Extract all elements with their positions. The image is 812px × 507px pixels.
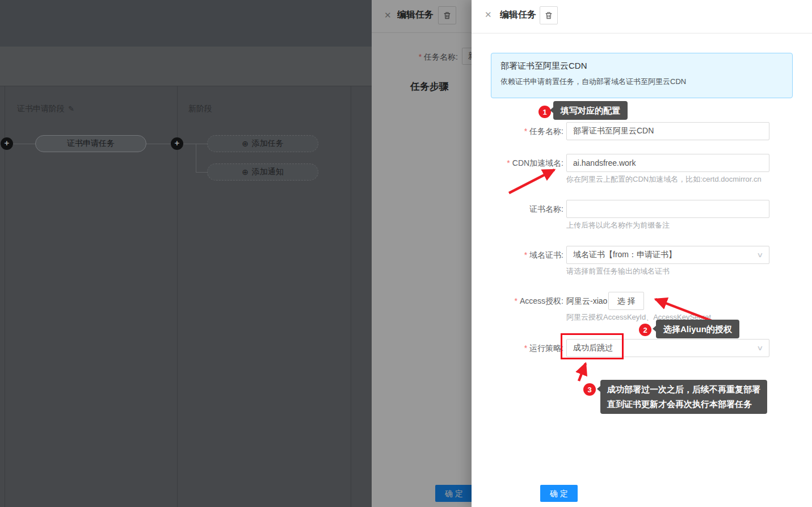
stage-column-divider: [351, 86, 351, 507]
drawer-title: 编辑任务: [500, 9, 536, 21]
alert-description: 依赖证书申请前置任务，自动部署域名证书至阿里云CDN: [500, 77, 783, 87]
delete-task-button[interactable]: [540, 6, 558, 24]
chevron-down-icon: ∨: [756, 251, 763, 259]
annotation-arrow-cdn: [509, 170, 554, 193]
app-root: 证书申请阶段✎ 新阶段 + + 证书申请任务 ⊕ 添加任务 ⊕ 添加通知 ✕ 编…: [0, 0, 812, 507]
step-badge-1: 1: [538, 106, 551, 118]
edit-task-drawer: ✕ 编辑任务 部署证书至阿里云CDN 依赖证书申请前置任务，自动部署域名证书至阿…: [472, 0, 812, 507]
select-value: 域名证书【from：申请证书】: [573, 250, 676, 260]
circle-plus-icon: ⊕: [242, 167, 249, 177]
alert-title: 部署证书至阿里云CDN: [500, 61, 783, 72]
label-text: 运行策略:: [529, 343, 563, 353]
connector-line: [196, 172, 207, 173]
label-text: 证书名称:: [529, 204, 563, 213]
label-text: CDN加速域名:: [512, 158, 563, 167]
task-name-input[interactable]: [566, 122, 769, 140]
task-pill-cert-request[interactable]: 证书申请任务: [35, 135, 146, 152]
domain-cert-select[interactable]: 域名证书【from：申请证书】 ∨: [566, 246, 769, 264]
add-notify-pill[interactable]: ⊕ 添加通知: [207, 164, 318, 181]
label-text: Access授权:: [520, 296, 563, 305]
run-strategy-label: *运行策略:: [472, 339, 563, 357]
domain-cert-label: *域名证书:: [472, 246, 563, 264]
required-mark: *: [515, 296, 518, 305]
close-icon[interactable]: ✕: [485, 10, 492, 20]
cert-name-input[interactable]: [566, 200, 769, 218]
task-pill-label: 证书申请任务: [67, 139, 115, 149]
tooltip-step-3: 成功部署过一次之后，后续不再重复部署 直到证书更新才会再次执行本部署任务: [600, 380, 767, 414]
stage-title-text: 证书申请阶段: [17, 104, 65, 113]
add-task-label: 添加任务: [252, 139, 284, 149]
stage-title-cert-request: 证书申请阶段✎: [17, 104, 74, 114]
tooltip-line: 成功部署过一次之后，后续不再重复部署: [607, 382, 760, 397]
add-task-pill[interactable]: ⊕ 添加任务: [207, 135, 318, 152]
cdn-domain-help: 你在阿里云上配置的CDN加速域名，比如:certd.docmirror.cn: [566, 174, 761, 185]
annotation-arrow-strategy: [579, 363, 586, 381]
chevron-down-icon: ∨: [756, 344, 763, 352]
add-stage-button[interactable]: +: [171, 137, 183, 150]
required-mark: *: [524, 127, 527, 136]
cdn-domain-input[interactable]: [566, 154, 769, 172]
access-value: 阿里云-xiao: [566, 292, 608, 310]
confirm-button[interactable]: 确 定: [540, 485, 578, 502]
cert-name-help: 上传后将以此名称作为前缀备注: [566, 220, 670, 231]
stage-title-new-stage: 新阶段: [188, 104, 212, 114]
label-text: 域名证书:: [529, 250, 563, 259]
add-stage-button[interactable]: +: [1, 137, 13, 150]
label-text: 任务名称:: [529, 127, 563, 136]
required-mark: *: [524, 250, 527, 259]
tooltip-step-2: 选择Aliyun的授权: [656, 320, 739, 338]
task-name-label: *任务名称:: [472, 122, 563, 140]
edit-pencil-icon[interactable]: ✎: [68, 104, 74, 113]
required-mark: *: [507, 158, 510, 167]
access-select-button[interactable]: 选 择: [608, 292, 644, 310]
circle-plus-icon: ⊕: [242, 139, 249, 148]
connector-line: [196, 144, 196, 173]
access-label: *Access授权:: [472, 292, 563, 310]
domain-cert-help: 请选择前置任务输出的域名证书: [566, 266, 670, 276]
tooltip-step-1: 填写对应的配置: [553, 101, 628, 120]
tooltip-line: 直到证书更新才会再次执行本部署任务: [607, 397, 760, 412]
connector-line: [183, 144, 207, 144]
connector-line: [13, 144, 35, 144]
highlight-box-run-strategy: [561, 333, 624, 359]
connector-line: [146, 144, 171, 144]
required-mark: *: [524, 343, 527, 353]
cert-name-label: 证书名称:: [472, 200, 563, 218]
step-badge-3: 3: [583, 383, 596, 396]
add-notify-label: 添加通知: [252, 167, 284, 177]
cdn-domain-label: *CDN加速域名:: [472, 154, 563, 172]
header-divider: [472, 33, 812, 33]
trash-icon: [544, 11, 553, 20]
step-badge-2: 2: [639, 324, 651, 336]
plugin-info-alert: 部署证书至阿里云CDN 依赖证书申请前置任务，自动部署域名证书至阿里云CDN: [491, 53, 793, 98]
stage-title-text: 新阶段: [188, 104, 212, 113]
